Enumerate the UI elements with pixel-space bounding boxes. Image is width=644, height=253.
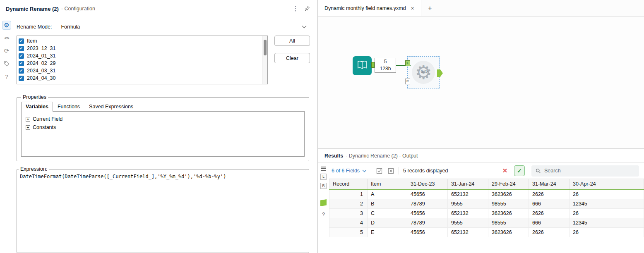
field-row[interactable]: ✓2024_04_30 — [19, 74, 261, 82]
column-header[interactable]: 31-Mar-24 — [529, 179, 570, 190]
clear-button[interactable]: Clear — [274, 53, 310, 63]
record-number-cell: 2 — [329, 199, 368, 209]
table-row[interactable]: 4D7878995559855566612345 — [329, 218, 644, 228]
expand-plus-icon[interactable]: + — [26, 125, 30, 130]
scrollbar[interactable] — [262, 36, 267, 84]
results-help-icon[interactable]: ? — [322, 212, 325, 217]
data-cell: 9555 — [448, 218, 488, 228]
chevron-down-icon — [302, 24, 307, 30]
checked-checkbox-icon[interactable]: ✓ — [19, 38, 24, 44]
workflow-canvas[interactable]: 5 128b ⚙ ✎ L R — [318, 17, 644, 148]
tab-variables[interactable]: Variables — [21, 102, 53, 112]
column-header[interactable]: 30-Apr-24 — [570, 179, 644, 190]
checked-checkbox-icon[interactable]: ✓ — [19, 53, 24, 59]
tag-icon[interactable] — [2, 59, 11, 68]
config-main: Rename Mode: Formula ✓Item✓2023_12_31✓20… — [13, 17, 317, 253]
left-input-view[interactable]: L — [320, 174, 327, 180]
configuration-header: Dynamic Rename (2) - Configuration ⋮ — [0, 0, 317, 17]
records-displayed-text: 5 records displayed — [403, 168, 448, 174]
field-row[interactable]: ✓2024_03_31 — [19, 67, 261, 74]
dynamic-rename-tool[interactable]: ⚙ ✎ — [412, 61, 435, 84]
fields-dropdown[interactable]: 6 of 6 Fields — [332, 168, 367, 174]
tree-item-label: Constants — [33, 124, 56, 130]
column-header[interactable]: Record — [329, 179, 368, 190]
field-list[interactable]: ✓Item✓2023_12_31✓2024_01_31✓2024_02_29✓2… — [17, 36, 268, 84]
data-cell: 3623626 — [488, 228, 529, 237]
connection-progress-label[interactable]: 5 128b — [375, 58, 396, 73]
tree-item[interactable]: +Current Field — [26, 115, 300, 123]
checked-checkbox-icon[interactable]: ✓ — [19, 68, 24, 74]
workflow-tab[interactable]: Dynamic monthly field names.yxmd × — [318, 0, 421, 16]
properties-legend: Properties — [21, 94, 48, 100]
cancel-icon[interactable]: ✕ — [500, 166, 510, 176]
tab-saved-expressions[interactable]: Saved Expressions — [84, 102, 138, 112]
checked-checkbox-icon[interactable]: ✓ — [19, 76, 24, 81]
results-table: RecordItem31-Dec-2331-Jan-2429-Feb-2431-… — [329, 179, 644, 237]
apply-check-icon[interactable]: ✓ — [514, 165, 525, 176]
new-tab-button[interactable]: + — [421, 0, 439, 16]
column-header[interactable]: 31-Dec-23 — [407, 179, 448, 190]
record-number-cell: 5 — [329, 228, 368, 237]
right-input-anchor[interactable]: R — [405, 79, 410, 84]
table-row[interactable]: 1A456566521323623626262626 — [329, 190, 644, 199]
data-cell: 45656 — [407, 209, 448, 218]
refresh-icon[interactable]: ⟳ — [2, 46, 11, 55]
column-header[interactable]: 31-Jan-24 — [448, 179, 488, 190]
expression-editor[interactable]: DateTimeFormat(DateTimeParse([_CurrentFi… — [19, 173, 307, 251]
right-input-view[interactable]: R — [320, 183, 327, 189]
data-cell: 26 — [570, 228, 644, 237]
field-label: Item — [27, 38, 37, 44]
tree-item[interactable]: +Constants — [26, 123, 300, 131]
data-cell: 78789 — [407, 218, 448, 228]
configuration-gear-icon[interactable]: ⚙ — [2, 21, 11, 30]
field-row[interactable]: ✓Item — [19, 37, 261, 45]
results-header: Results - Dynamic Rename (2) - Output — [318, 149, 644, 163]
data-cell: 98555 — [488, 199, 529, 209]
rename-mode-select[interactable]: Formula — [58, 21, 310, 32]
data-size: 128b — [375, 65, 396, 72]
select-cells-icon[interactable] — [375, 167, 383, 174]
data-cell: 652132 — [448, 190, 488, 199]
tool-subtitle: - Configuration — [61, 6, 95, 12]
input-data-tool[interactable] — [353, 56, 372, 75]
results-io-strip: L R ? — [318, 163, 329, 253]
column-header[interactable]: Item — [368, 179, 407, 190]
field-buttons: All Clear — [274, 36, 310, 63]
search-input[interactable] — [544, 168, 635, 174]
column-header[interactable]: 29-Feb-24 — [488, 179, 529, 190]
tab-functions[interactable]: Functions — [53, 102, 84, 112]
data-cell: 666 — [529, 199, 570, 209]
field-row[interactable]: ✓2023_12_31 — [19, 45, 261, 52]
record-number-cell: 3 — [329, 209, 368, 218]
field-row[interactable]: ✓2024_02_29 — [19, 60, 261, 67]
close-icon[interactable]: × — [411, 5, 414, 12]
checked-checkbox-icon[interactable]: ✓ — [19, 46, 24, 51]
rename-mode-row: Rename Mode: Formula — [17, 21, 310, 33]
left-input-anchor[interactable]: L — [405, 60, 410, 66]
scrollbar-thumb[interactable] — [264, 40, 267, 55]
data-cell: 3623626 — [488, 209, 529, 218]
table-row[interactable]: 3C456566521323623626262626 — [329, 209, 644, 218]
variables-tree[interactable]: +Current Field+Constants — [21, 111, 305, 157]
code-icon[interactable]: <> — [2, 33, 11, 43]
output-anchor-icon[interactable] — [437, 69, 443, 77]
field-row[interactable]: ✓2024_01_31 — [19, 52, 261, 60]
tool-selection-box[interactable]: ⚙ ✎ L R — [407, 56, 440, 88]
search-box[interactable] — [531, 165, 639, 177]
expand-plus-icon[interactable]: + — [26, 117, 30, 122]
input-output-anchor[interactable] — [371, 62, 375, 68]
clear-selection-icon[interactable] — [387, 167, 394, 174]
metadata-view-icon[interactable] — [321, 167, 326, 167]
help-icon[interactable]: ? — [2, 72, 11, 81]
data-cell: 26 — [570, 190, 644, 199]
output-view-icon[interactable] — [320, 199, 327, 206]
pin-icon[interactable] — [303, 4, 312, 13]
table-row[interactable]: 2B7878995559855566612345 — [329, 199, 644, 209]
tree-item-label: Current Field — [33, 116, 62, 122]
expression-legend: Expression: — [19, 166, 49, 172]
checked-checkbox-icon[interactable]: ✓ — [19, 61, 24, 66]
table-row[interactable]: 5E456566521323623626262626 — [329, 228, 644, 237]
record-count: 5 — [375, 58, 396, 65]
all-button[interactable]: All — [274, 36, 310, 46]
menu-dots-icon[interactable]: ⋮ — [291, 4, 300, 13]
